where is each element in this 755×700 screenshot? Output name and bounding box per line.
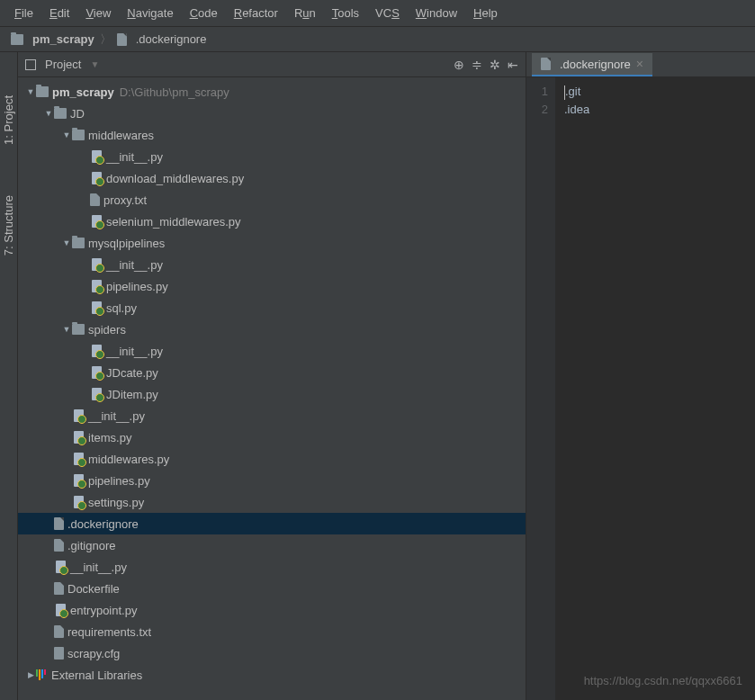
tree-file[interactable]: sql.py bbox=[18, 297, 526, 319]
tree-root-path: D:\Github\pm_scrapy bbox=[120, 85, 229, 99]
gear-icon[interactable]: ✲ bbox=[490, 58, 500, 72]
chevron-right-icon[interactable]: ▶ bbox=[25, 670, 36, 679]
tree-file[interactable]: JDcate.py bbox=[18, 362, 526, 383]
tree-file[interactable]: JDitem.py bbox=[18, 383, 526, 405]
tree-file[interactable]: __init__.py bbox=[18, 405, 526, 426]
editor-code[interactable]: .git .idea bbox=[555, 77, 755, 700]
folder-icon bbox=[11, 34, 23, 45]
config-file-icon bbox=[54, 647, 64, 660]
menubar: File Edit View Navigate Code Refactor Ru… bbox=[0, 0, 755, 27]
tree-file[interactable]: settings.py bbox=[18, 491, 526, 513]
tree-file[interactable]: scrapy.cfg bbox=[18, 642, 526, 664]
tree-file[interactable]: entrypoint.py bbox=[18, 599, 526, 621]
sidebar-tab-project[interactable]: 1: Project bbox=[0, 88, 17, 152]
watermark-text: https://blog.csdn.net/qqxx6661 bbox=[584, 674, 742, 687]
tree-file[interactable]: requirements.txt bbox=[18, 621, 526, 642]
python-file-icon bbox=[54, 561, 67, 573]
chevron-down-icon[interactable]: ▼ bbox=[61, 325, 72, 334]
editor-tab-dockerignore[interactable]: .dockerignore × bbox=[532, 53, 652, 76]
tree-file[interactable]: .gitignore bbox=[18, 534, 526, 556]
tree-folder-spiders[interactable]: ▼spiders bbox=[18, 319, 526, 340]
python-file-icon bbox=[90, 150, 103, 163]
tree-external-libraries[interactable]: ▶External Libraries bbox=[18, 664, 526, 686]
file-icon bbox=[117, 33, 127, 46]
text-file-icon bbox=[54, 625, 64, 638]
python-file-icon bbox=[72, 496, 85, 508]
project-panel-title[interactable]: Project bbox=[45, 58, 81, 71]
close-tab-icon[interactable]: × bbox=[636, 57, 643, 71]
python-file-icon bbox=[90, 345, 103, 357]
chevron-down-icon[interactable]: ▼ bbox=[43, 109, 54, 118]
tree-file[interactable]: middlewares.py bbox=[18, 448, 526, 470]
tree-file[interactable]: __init__.py bbox=[18, 146, 526, 167]
breadcrumb-root[interactable]: pm_scrapy bbox=[32, 32, 94, 46]
menu-run[interactable]: Run bbox=[287, 3, 323, 23]
libraries-icon bbox=[36, 669, 46, 680]
tree-file[interactable]: pipelines.py bbox=[18, 470, 526, 491]
menu-view[interactable]: View bbox=[78, 3, 118, 23]
menu-help[interactable]: Help bbox=[466, 3, 505, 23]
python-file-icon bbox=[90, 280, 103, 292]
tree-file[interactable]: proxy.txt bbox=[18, 189, 526, 211]
breadcrumb-separator-icon: 〉 bbox=[100, 31, 112, 48]
python-file-icon bbox=[72, 453, 85, 465]
tree-file[interactable]: __init__.py bbox=[18, 556, 526, 578]
text-file-icon bbox=[54, 582, 64, 595]
tree-file[interactable]: __init__.py bbox=[18, 340, 526, 362]
menu-edit[interactable]: Edit bbox=[42, 3, 76, 23]
hide-icon[interactable]: ⇤ bbox=[508, 58, 518, 72]
tree-file-dockerignore[interactable]: .dockerignore bbox=[18, 513, 526, 534]
chevron-down-icon[interactable]: ▼ bbox=[61, 130, 72, 139]
tree-folder-middlewares[interactable]: ▼middlewares bbox=[18, 124, 526, 146]
menu-tools[interactable]: Tools bbox=[325, 3, 366, 23]
folder-icon bbox=[36, 86, 49, 97]
chevron-down-icon[interactable]: ▼ bbox=[25, 87, 36, 96]
python-file-icon bbox=[90, 301, 103, 314]
text-file-icon bbox=[90, 193, 100, 206]
menu-vcs[interactable]: VCS bbox=[368, 3, 407, 23]
collapse-icon[interactable]: ≑ bbox=[472, 58, 482, 72]
breadcrumb-file[interactable]: .dockerignore bbox=[136, 32, 207, 46]
menu-window[interactable]: Window bbox=[409, 3, 464, 23]
editor-gutter: 1 2 bbox=[526, 77, 555, 700]
tree-file[interactable]: pipelines.py bbox=[18, 275, 526, 297]
dropdown-arrow-icon[interactable]: ▼ bbox=[90, 59, 99, 69]
project-panel-header: Project ▼ ⊕ ≑ ✲ ⇤ bbox=[18, 52, 526, 77]
project-view-icon bbox=[25, 59, 36, 70]
tree-file[interactable]: download_middlewares.py bbox=[18, 167, 526, 189]
menu-code[interactable]: Code bbox=[183, 3, 225, 23]
python-file-icon bbox=[90, 366, 103, 379]
file-icon bbox=[541, 58, 551, 70]
menu-file[interactable]: File bbox=[7, 3, 40, 23]
chevron-down-icon[interactable]: ▼ bbox=[61, 238, 72, 247]
folder-icon bbox=[54, 108, 67, 119]
folder-icon bbox=[72, 324, 85, 335]
folder-icon bbox=[72, 130, 85, 140]
locate-icon[interactable]: ⊕ bbox=[454, 58, 464, 72]
menu-refactor[interactable]: Refactor bbox=[227, 3, 285, 23]
tree-root-label: pm_scrapy bbox=[52, 85, 114, 99]
tree-root[interactable]: ▼ pm_scrapy D:\Github\pm_scrapy bbox=[18, 81, 526, 103]
tree-folder-jd[interactable]: ▼JD bbox=[18, 103, 526, 124]
editor-tabs: .dockerignore × bbox=[526, 52, 755, 77]
text-file-icon bbox=[54, 539, 64, 552]
menu-navigate[interactable]: Navigate bbox=[120, 3, 180, 23]
python-file-icon bbox=[72, 474, 85, 487]
python-file-icon bbox=[72, 431, 85, 444]
line-number: 1 bbox=[526, 83, 548, 101]
tree-file[interactable]: Dockerfile bbox=[18, 578, 526, 599]
sidebar-tab-structure[interactable]: 7: Structure bbox=[0, 188, 17, 263]
code-line: .git bbox=[565, 85, 580, 98]
editor-tab-label: .dockerignore bbox=[560, 58, 631, 71]
tree-folder-mysqlpipelines[interactable]: ▼mysqlpipelines bbox=[18, 232, 526, 254]
python-file-icon bbox=[90, 172, 103, 184]
project-tree[interactable]: ▼ pm_scrapy D:\Github\pm_scrapy ▼JD ▼mid… bbox=[18, 77, 526, 700]
tree-file[interactable]: __init__.py bbox=[18, 254, 526, 275]
python-file-icon bbox=[90, 388, 103, 400]
tree-file[interactable]: selenium_middlewares.py bbox=[18, 211, 526, 232]
folder-icon bbox=[72, 238, 85, 248]
project-tool-window: Project ▼ ⊕ ≑ ✲ ⇤ ▼ pm_scrapy D:\Github\… bbox=[18, 52, 526, 700]
editor-content[interactable]: 1 2 .git .idea https://blog.csdn.net/qqx… bbox=[526, 77, 755, 700]
tree-file[interactable]: items.py bbox=[18, 426, 526, 448]
python-file-icon bbox=[90, 258, 103, 271]
